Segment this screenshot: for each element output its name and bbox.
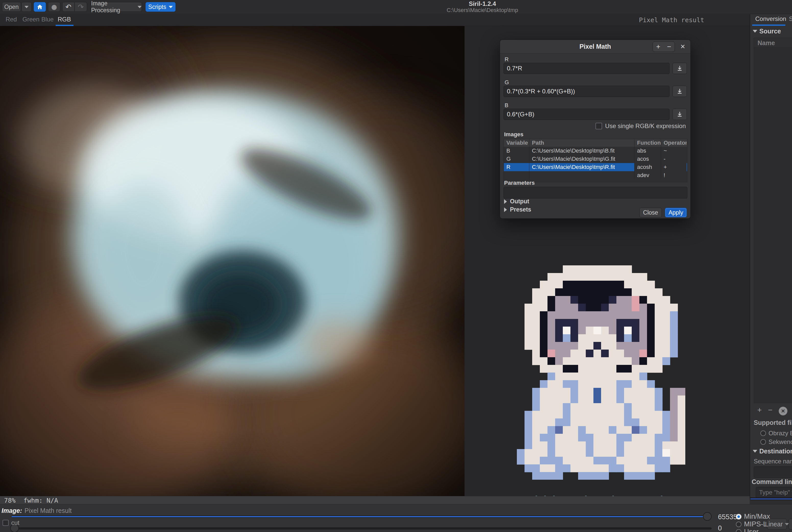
clear-list-button[interactable]: ✕ (779, 407, 787, 415)
chevron-down-icon (753, 450, 757, 453)
single-expression-row: Use single RGB/K expression (596, 122, 686, 130)
cell-function[interactable]: adev (635, 171, 661, 179)
table-row[interactable]: adev ! (504, 171, 687, 179)
cell-path: C:\Users\Macie\Desktop\tmp\B.fit (529, 147, 635, 155)
mode-minmax[interactable]: Min/Max (736, 513, 770, 520)
image-processing-menu-button[interactable]: Image Processing (91, 2, 142, 12)
chevron-down-icon (24, 6, 29, 8)
command-line-input[interactable]: Type "help" for th (756, 487, 792, 498)
home-button[interactable] (34, 2, 46, 12)
high-level-knob[interactable] (703, 512, 712, 521)
single-expression-checkbox[interactable] (596, 123, 602, 129)
radio-icon (760, 431, 766, 436)
cell-operator[interactable]: + (661, 163, 686, 171)
close-button[interactable]: Close (639, 208, 662, 217)
high-level-slider[interactable] (11, 516, 712, 518)
g-history-button[interactable] (673, 86, 687, 97)
tab-green[interactable]: Green (22, 16, 40, 23)
col-function[interactable]: Function (635, 139, 661, 147)
col-operator[interactable]: Operator (661, 139, 686, 147)
astro-cat-pixel-art (517, 265, 685, 480)
scripts-label: Scripts (148, 4, 166, 11)
destination-extra-input[interactable] (754, 467, 792, 478)
images-table: Variable Path Function Operator B C:\Use… (504, 139, 687, 182)
g-expression-input[interactable]: 0.7*(0.3*R + 0.60*(G+B)) (504, 86, 670, 97)
plus-icon: + (757, 406, 762, 414)
tab-sequence[interactable]: Seq (789, 15, 792, 22)
cell-operator[interactable]: - (661, 155, 686, 163)
pixel-math-dialog: Pixel Math + − ✕ R 0.7*R G 0.7*(0.3*R + … (500, 40, 691, 218)
apply-button[interactable]: Apply (665, 208, 687, 217)
tab-conversion[interactable]: Conversion (755, 15, 786, 22)
cut-option[interactable]: cut (3, 519, 19, 526)
b-expression-input[interactable]: 0.6*(G+B) (504, 109, 670, 120)
dialog-shrink-button[interactable]: − (664, 42, 675, 52)
radio-icon (736, 529, 741, 532)
undo-button[interactable]: ↶ (62, 2, 75, 12)
nebula-vignette (0, 26, 465, 496)
dialog-close-button[interactable]: ✕ (678, 42, 688, 52)
chevron-down-icon (169, 6, 173, 8)
single-expression-label: Use single RGB/K expression (605, 122, 686, 130)
progress-bar-fill (750, 498, 792, 499)
cell-function[interactable]: acos (635, 155, 661, 163)
high-level-fill (12, 516, 711, 517)
col-variable[interactable]: Variable (504, 139, 529, 147)
r-history-button[interactable] (673, 63, 687, 74)
main-toolbar: Open ● ↶ ↷ Image Processing Scripts Siri (0, 0, 792, 14)
radio-selected-icon (736, 514, 741, 519)
chevron-down-icon (137, 6, 142, 8)
display-mode-dropdown[interactable]: Linear (767, 519, 787, 529)
cell-operator[interactable]: ~ (661, 147, 686, 155)
source-file-list[interactable]: Name (754, 38, 792, 403)
cell-function[interactable]: abs (635, 147, 661, 155)
autostretch-button[interactable]: ↺ (789, 519, 792, 529)
parameters-input[interactable] (504, 187, 687, 198)
filetype-option-images[interactable]: Obrazy BMP, (760, 430, 792, 437)
open-button[interactable]: Open (2, 2, 21, 12)
window-title: Siril-1.2.4 (447, 1, 518, 7)
record-button[interactable]: ● (48, 2, 60, 12)
cut-checkbox[interactable] (3, 520, 9, 526)
images-section-label: Images (504, 131, 524, 138)
source-label: Source (759, 27, 781, 35)
source-expander[interactable]: Source (753, 27, 781, 35)
dialog-expand-button[interactable]: + (653, 42, 664, 52)
dialog-titlebar[interactable]: Pixel Math + − ✕ (500, 40, 691, 54)
add-files-button[interactable]: + (757, 406, 762, 414)
minus-icon: − (768, 406, 773, 414)
tab-blue[interactable]: Blue (41, 16, 54, 23)
presets-expander[interactable]: Presets (504, 206, 531, 213)
table-row[interactable]: B C:\Users\Macie\Desktop\tmp\B.fit abs ~ (504, 147, 687, 155)
close-button-label: Close (643, 209, 658, 216)
cell-function[interactable]: acosh (635, 163, 661, 171)
remove-files-button[interactable]: − (768, 406, 773, 414)
cell-operator[interactable]: ! (661, 171, 686, 179)
apply-button-label: Apply (668, 209, 683, 216)
destination-expander[interactable]: Destination (753, 448, 792, 455)
tab-rgb[interactable]: RGB (58, 16, 71, 23)
fwhm-readout: fwhm: N/A (23, 497, 58, 504)
low-level-slider[interactable] (11, 527, 712, 529)
current-image-name: Pixel Math result (639, 16, 704, 24)
col-path[interactable]: Path (529, 139, 635, 147)
b-history-button[interactable] (673, 109, 687, 120)
radio-icon (760, 439, 766, 445)
mode-user[interactable]: User (736, 528, 758, 532)
b-channel-label: B (505, 102, 508, 109)
filetype-option-sequences[interactable]: Sekwencje SE (760, 438, 792, 445)
table-row-selected[interactable]: R C:\Users\Macie\Desktop\tmp\R.fit acosh… (504, 163, 687, 171)
scripts-menu-button[interactable]: Scripts (146, 2, 175, 12)
output-expander[interactable]: Output (504, 198, 529, 205)
redo-button[interactable]: ↷ (75, 2, 87, 12)
name-column-header[interactable]: Name (754, 38, 792, 48)
arrow-down-to-bar-icon (676, 65, 683, 72)
image-value: Pixel Math result (24, 507, 72, 514)
tab-red[interactable]: Red (6, 16, 17, 23)
table-row[interactable]: G C:\Users\Macie\Desktop\tmp\G.fit acos … (504, 155, 687, 163)
open-dropdown-button[interactable] (21, 2, 32, 12)
supported-files-label: Supported file typ (754, 419, 792, 426)
r-expression-input[interactable]: 0.7*R (504, 63, 670, 74)
cell-path (529, 171, 635, 179)
progress-bar (750, 497, 792, 500)
